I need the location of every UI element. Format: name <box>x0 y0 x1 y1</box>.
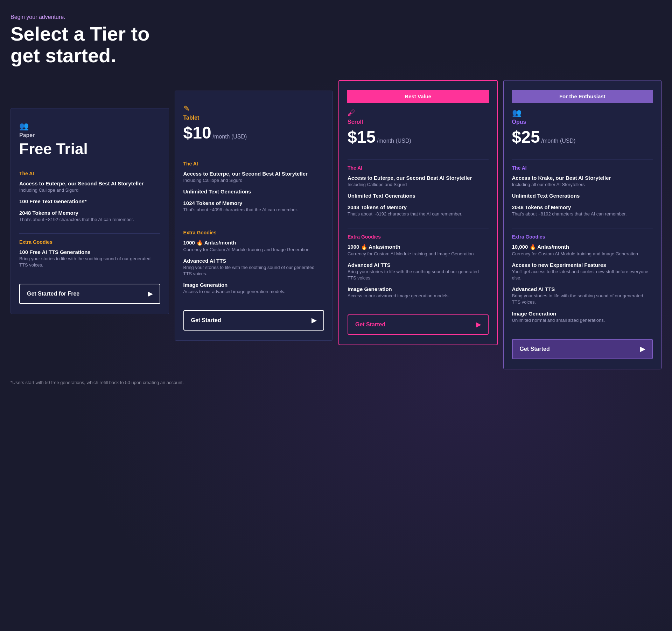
feature-title-opus-1-0: 10,000 🔥 Anlas/month <box>512 244 653 250</box>
feature-tablet-0-1: Unlimited Text Generations <box>183 189 324 195</box>
feature-title-scroll-0-2: 2048 Tokens of Memory <box>348 204 489 210</box>
feature-paper-1-0: 100 Free AI TTS GenerationsBring your st… <box>19 249 160 268</box>
divider-paper-1 <box>19 233 160 234</box>
opus-name: Opus <box>512 119 653 125</box>
section-label-tablet-1: Extra Goodies <box>183 230 324 235</box>
scroll-get-started-button[interactable]: Get Started ▶ <box>348 314 489 335</box>
feature-opus-1-1: Access to new Experimental FeaturesYou'l… <box>512 262 653 281</box>
tablet-name: Tablet <box>183 115 324 121</box>
paper-button-arrow: ▶ <box>148 290 153 298</box>
feature-opus-0-2: 2048 Tokens of MemoryThat's about ~8192 … <box>512 204 653 217</box>
feature-desc-opus-1-2: Bring your stories to life with the soot… <box>512 293 653 305</box>
feature-title-opus-0-1: Unlimited Text Generations <box>512 193 653 199</box>
feature-scroll-0-1: Unlimited Text Generations <box>348 193 489 199</box>
feature-title-paper-0-2: 2048 Tokens of Memory <box>19 210 160 216</box>
feature-opus-1-0: 10,000 🔥 Anlas/monthCurrency for Custom … <box>512 244 653 257</box>
feature-tablet-0-2: 1024 Tokens of MemoryThat's about ~4096 … <box>183 200 324 213</box>
feature-title-opus-1-1: Access to new Experimental Features <box>512 262 653 268</box>
feature-opus-1-3: Image GenerationUnlimited normal and sma… <box>512 311 653 324</box>
section-label-opus-1: Extra Goodies <box>512 234 653 240</box>
feature-desc-tablet-1-0: Currency for Custom AI Module training a… <box>183 247 324 253</box>
feature-title-tablet-0-2: 1024 Tokens of Memory <box>183 200 324 206</box>
plan-card-tablet: ✎Tablet $10 /month (USD) The AI Access t… <box>175 91 333 341</box>
section-label-tablet-0: The AI <box>183 161 324 166</box>
section-label-scroll-0: The AI <box>348 165 489 171</box>
opus-price-line: $25 /month (USD) <box>512 127 653 147</box>
feature-title-scroll-1-1: Advanced AI TTS <box>348 262 489 268</box>
footer-note: *Users start with 50 free generations, w… <box>10 380 662 385</box>
section-label-paper-1: Extra Goodies <box>19 239 160 245</box>
feature-scroll-1-0: 1000 🔥 Anlas/monthCurrency for Custom AI… <box>348 244 489 257</box>
divider-tablet-1 <box>183 224 324 224</box>
tablet-icon: ✎ <box>183 104 324 113</box>
opus-button-arrow: ▶ <box>640 345 645 353</box>
feature-desc-opus-0-0: Including all our other AI Storytellers <box>512 182 653 188</box>
feature-opus-0-0: Access to Krake, our Best AI Storyteller… <box>512 175 653 188</box>
feature-opus-1-2: Advanced AI TTSBring your stories to lif… <box>512 286 653 305</box>
plans-container: 👥PaperFree TrialThe AI Access to Euterpe… <box>10 80 662 369</box>
scroll-name: Scroll <box>348 119 489 125</box>
plan-card-scroll: Best Value🖋Scroll $15 /month (USD) The A… <box>338 80 498 345</box>
feature-paper-0-0: Access to Euterpe, our Second Best AI St… <box>19 180 160 193</box>
divider-opus-0 <box>512 159 653 159</box>
scroll-price-suffix: /month (USD) <box>377 138 411 144</box>
feature-paper-0-2: 2048 Tokens of MemoryThat's about ~8192 … <box>19 210 160 223</box>
tablet-price-suffix: /month (USD) <box>213 134 247 140</box>
feature-scroll-1-1: Advanced AI TTSBring your stories to lif… <box>348 262 489 281</box>
feature-desc-scroll-1-1: Bring your stories to life with the soot… <box>348 269 489 281</box>
feature-title-paper-1-0: 100 Free AI TTS Generations <box>19 249 160 255</box>
feature-desc-scroll-0-2: That's about ~8192 characters that the A… <box>348 211 489 217</box>
scroll-price: $15 <box>348 127 376 147</box>
feature-scroll-1-2: Image GenerationAccess to our advanced i… <box>348 286 489 299</box>
plan-card-opus: For the Enthusiast👥Opus $25 /month (USD)… <box>503 80 662 369</box>
feature-title-scroll-1-0: 1000 🔥 Anlas/month <box>348 244 489 250</box>
begin-text: Begin your adventure. <box>10 14 150 20</box>
feature-desc-paper-0-0: Including Calliope and Sigurd <box>19 187 160 193</box>
feature-title-opus-0-2: 2048 Tokens of Memory <box>512 204 653 210</box>
tablet-button-label: Get Started <box>191 317 221 324</box>
feature-title-tablet-1-1: Advanced AI TTS <box>183 258 324 264</box>
feature-opus-0-1: Unlimited Text Generations <box>512 193 653 199</box>
feature-tablet-1-0: 1000 🔥 Anlas/monthCurrency for Custom AI… <box>183 240 324 253</box>
paper-icon: 👥 <box>19 122 160 131</box>
divider-scroll-0 <box>348 159 489 159</box>
feature-title-tablet-0-0: Access to Euterpe, our Second Best AI St… <box>183 171 324 177</box>
feature-desc-scroll-1-0: Currency for Custom AI Module training a… <box>348 251 489 257</box>
header-section: Begin your adventure. Select a Tier to g… <box>10 14 150 66</box>
scroll-banner: Best Value <box>347 90 489 103</box>
feature-desc-tablet-0-0: Including Calliope and Sigurd <box>183 177 324 184</box>
paper-title: Free Trial <box>19 141 160 157</box>
feature-title-opus-1-2: Advanced AI TTS <box>512 286 653 292</box>
tablet-get-started-button[interactable]: Get Started ▶ <box>183 310 324 331</box>
feature-desc-tablet-0-2: That's about ~4096 characters that the A… <box>183 207 324 213</box>
scroll-button-label: Get Started <box>355 321 385 328</box>
paper-name: Paper <box>19 132 160 139</box>
feature-desc-scroll-1-2: Access to our advanced image generation … <box>348 293 489 299</box>
divider-paper-0 <box>19 165 160 165</box>
opus-price-suffix: /month (USD) <box>541 138 576 144</box>
opus-banner: For the Enthusiast <box>512 90 653 103</box>
feature-title-scroll-0-0: Access to Euterpe, our Second Best AI St… <box>348 175 489 181</box>
feature-scroll-0-2: 2048 Tokens of MemoryThat's about ~8192 … <box>348 204 489 217</box>
feature-scroll-0-0: Access to Euterpe, our Second Best AI St… <box>348 175 489 188</box>
feature-desc-opus-1-3: Unlimited normal and small sized generat… <box>512 317 653 324</box>
paper-get-started-button[interactable]: Get Started for Free ▶ <box>19 284 160 304</box>
main-title: Select a Tier to get started. <box>10 23 150 66</box>
feature-desc-tablet-1-1: Bring your stories to life with the soot… <box>183 264 324 277</box>
opus-price: $25 <box>512 127 540 147</box>
divider-opus-1 <box>512 228 653 228</box>
scroll-icon: 🖋 <box>348 108 489 118</box>
opus-get-started-button[interactable]: Get Started ▶ <box>512 339 653 359</box>
feature-tablet-1-2: Image GenerationAccess to our advanced i… <box>183 282 324 295</box>
feature-title-tablet-1-2: Image Generation <box>183 282 324 288</box>
feature-desc-tablet-1-2: Access to our advanced image generation … <box>183 289 324 295</box>
feature-desc-opus-1-1: You'll get access to the latest and cool… <box>512 269 653 281</box>
scroll-price-line: $15 /month (USD) <box>348 127 489 147</box>
feature-desc-paper-1-0: Bring your stories to life with the soot… <box>19 256 160 268</box>
feature-desc-opus-1-0: Currency for Custom AI Module training a… <box>512 251 653 257</box>
feature-desc-scroll-0-0: Including Calliope and Sigurd <box>348 182 489 188</box>
feature-title-tablet-1-0: 1000 🔥 Anlas/month <box>183 240 324 246</box>
feature-title-scroll-0-1: Unlimited Text Generations <box>348 193 489 199</box>
opus-button-label: Get Started <box>520 346 550 352</box>
feature-title-opus-1-3: Image Generation <box>512 311 653 317</box>
